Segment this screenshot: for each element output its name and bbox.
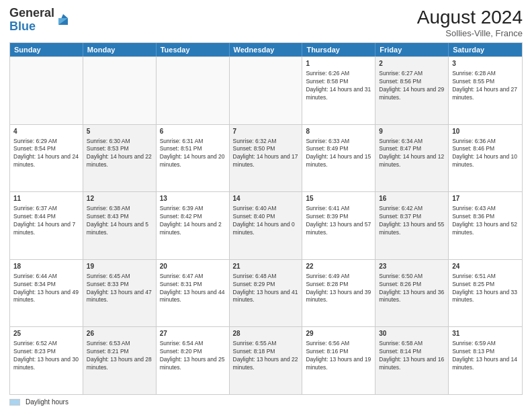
daylight-text: Daylight: 14 hours and 20 minutes. xyxy=(160,153,226,169)
day-of-week-monday: Monday xyxy=(83,43,157,56)
week-row-2: 11Sunrise: 6:37 AMSunset: 8:44 PMDayligh… xyxy=(10,191,522,259)
day-number: 27 xyxy=(160,329,226,338)
cal-cell-8: 8Sunrise: 6:33 AMSunset: 8:49 PMDaylight… xyxy=(302,125,375,192)
location: Sollies-Ville, France xyxy=(417,28,523,38)
day-number: 9 xyxy=(379,127,445,136)
daylight-text: Daylight: 14 hours and 22 minutes. xyxy=(87,153,152,169)
cal-cell-18: 18Sunrise: 6:44 AMSunset: 8:34 PMDayligh… xyxy=(10,260,83,327)
sunset-text: Sunset: 8:29 PM xyxy=(233,281,299,289)
day-number: 30 xyxy=(379,329,445,338)
day-number: 11 xyxy=(13,194,79,203)
header: General Blue August 2024 Sollies-Ville, … xyxy=(9,7,523,38)
day-number: 13 xyxy=(160,194,226,203)
sunset-text: Sunset: 8:47 PM xyxy=(379,145,445,153)
day-number: 6 xyxy=(160,127,226,136)
calendar-header: SundayMondayTuesdayWednesdayThursdayFrid… xyxy=(10,43,522,56)
daylight-text: Daylight: 13 hours and 16 minutes. xyxy=(379,356,445,372)
sunrise-text: Sunrise: 6:53 AM xyxy=(87,340,152,348)
daylight-text: Daylight: 13 hours and 30 minutes. xyxy=(13,356,79,372)
daylight-text: Daylight: 13 hours and 44 minutes. xyxy=(160,289,226,305)
sunset-text: Sunset: 8:14 PM xyxy=(379,348,445,356)
day-number: 23 xyxy=(379,262,445,271)
sunrise-text: Sunrise: 6:34 AM xyxy=(379,138,445,146)
day-of-week-thursday: Thursday xyxy=(302,43,375,56)
day-number: 25 xyxy=(13,329,79,338)
daylight-text: Daylight: 14 hours and 31 minutes. xyxy=(306,86,371,102)
day-number: 19 xyxy=(87,262,152,271)
sunset-text: Sunset: 8:44 PM xyxy=(13,213,79,221)
sunset-text: Sunset: 8:28 PM xyxy=(306,281,371,289)
sunset-text: Sunset: 8:43 PM xyxy=(87,213,152,221)
cal-cell-empty-0-3 xyxy=(230,57,303,124)
cal-cell-empty-0-0 xyxy=(10,57,83,124)
sunrise-text: Sunrise: 6:47 AM xyxy=(160,273,226,281)
cal-cell-17: 17Sunrise: 6:43 AMSunset: 8:36 PMDayligh… xyxy=(449,192,522,259)
sunrise-text: Sunrise: 6:37 AM xyxy=(13,205,79,213)
legend-box xyxy=(9,399,20,406)
sunset-text: Sunset: 8:51 PM xyxy=(160,145,226,153)
daylight-text: Daylight: 14 hours and 24 minutes. xyxy=(13,153,79,169)
day-of-week-tuesday: Tuesday xyxy=(157,43,230,56)
cal-cell-22: 22Sunrise: 6:49 AMSunset: 8:28 PMDayligh… xyxy=(302,260,375,327)
day-number: 8 xyxy=(306,127,371,136)
sunset-text: Sunset: 8:20 PM xyxy=(160,348,226,356)
sunset-text: Sunset: 8:18 PM xyxy=(233,348,299,356)
daylight-text: Daylight: 14 hours and 27 minutes. xyxy=(452,86,519,102)
month-year: August 2024 xyxy=(417,7,523,28)
day-number: 15 xyxy=(306,194,371,203)
sunrise-text: Sunrise: 6:45 AM xyxy=(87,273,152,281)
sunset-text: Sunset: 8:13 PM xyxy=(452,348,519,356)
daylight-text: Daylight: 13 hours and 19 minutes. xyxy=(306,356,371,372)
logo-general: General xyxy=(9,6,54,19)
sunrise-text: Sunrise: 6:59 AM xyxy=(452,340,519,348)
sunset-text: Sunset: 8:42 PM xyxy=(160,213,226,221)
day-number: 10 xyxy=(452,127,519,136)
sunrise-text: Sunrise: 6:32 AM xyxy=(233,138,299,146)
daylight-text: Daylight: 13 hours and 52 minutes. xyxy=(452,221,519,237)
sunset-text: Sunset: 8:54 PM xyxy=(13,145,79,153)
daylight-text: Daylight: 13 hours and 33 minutes. xyxy=(452,289,519,305)
week-row-4: 25Sunrise: 6:52 AMSunset: 8:23 PMDayligh… xyxy=(10,326,522,394)
cal-cell-21: 21Sunrise: 6:48 AMSunset: 8:29 PMDayligh… xyxy=(230,260,303,327)
footer: Daylight hours xyxy=(9,398,523,406)
day-of-week-sunday: Sunday xyxy=(10,43,83,56)
sunset-text: Sunset: 8:55 PM xyxy=(452,78,519,86)
daylight-text: Daylight: 14 hours and 15 minutes. xyxy=(306,153,371,169)
sunrise-text: Sunrise: 6:48 AM xyxy=(233,273,299,281)
sunset-text: Sunset: 8:21 PM xyxy=(87,348,152,356)
cal-cell-empty-0-2 xyxy=(157,57,230,124)
sunset-text: Sunset: 8:34 PM xyxy=(13,281,79,289)
day-number: 7 xyxy=(233,127,299,136)
sunset-text: Sunset: 8:23 PM xyxy=(13,348,79,356)
day-number: 2 xyxy=(379,59,445,68)
daylight-text: Daylight: 13 hours and 28 minutes. xyxy=(87,356,152,372)
sunset-text: Sunset: 8:50 PM xyxy=(233,145,299,153)
sunrise-text: Sunrise: 6:31 AM xyxy=(160,138,226,146)
day-number: 17 xyxy=(452,194,519,203)
sunrise-text: Sunrise: 6:28 AM xyxy=(452,70,519,78)
cal-cell-15: 15Sunrise: 6:41 AMSunset: 8:39 PMDayligh… xyxy=(302,192,375,259)
cal-cell-25: 25Sunrise: 6:52 AMSunset: 8:23 PMDayligh… xyxy=(10,327,83,394)
day-number: 26 xyxy=(87,329,152,338)
cal-cell-28: 28Sunrise: 6:55 AMSunset: 8:18 PMDayligh… xyxy=(230,327,303,394)
daylight-text: Daylight: 13 hours and 55 minutes. xyxy=(379,221,445,237)
day-number: 16 xyxy=(379,194,445,203)
sunset-text: Sunset: 8:58 PM xyxy=(306,78,371,86)
sunset-text: Sunset: 8:16 PM xyxy=(306,348,371,356)
logo-text: General Blue xyxy=(9,7,54,34)
calendar-page: General Blue August 2024 Sollies-Ville, … xyxy=(0,0,532,411)
cal-cell-23: 23Sunrise: 6:50 AMSunset: 8:26 PMDayligh… xyxy=(375,260,449,327)
day-number: 12 xyxy=(87,194,152,203)
sunrise-text: Sunrise: 6:27 AM xyxy=(379,70,445,78)
cal-cell-13: 13Sunrise: 6:39 AMSunset: 8:42 PMDayligh… xyxy=(157,192,230,259)
sunrise-text: Sunrise: 6:36 AM xyxy=(452,138,519,146)
daylight-text: Daylight: 13 hours and 49 minutes. xyxy=(13,289,79,305)
cal-cell-4: 4Sunrise: 6:29 AMSunset: 8:54 PMDaylight… xyxy=(10,125,83,192)
day-of-week-friday: Friday xyxy=(375,43,449,56)
day-number: 22 xyxy=(306,262,371,271)
sunrise-text: Sunrise: 6:51 AM xyxy=(452,273,519,281)
day-number: 4 xyxy=(13,127,79,136)
sunrise-text: Sunrise: 6:58 AM xyxy=(379,340,445,348)
day-number: 1 xyxy=(306,59,371,68)
day-number: 14 xyxy=(233,194,299,203)
